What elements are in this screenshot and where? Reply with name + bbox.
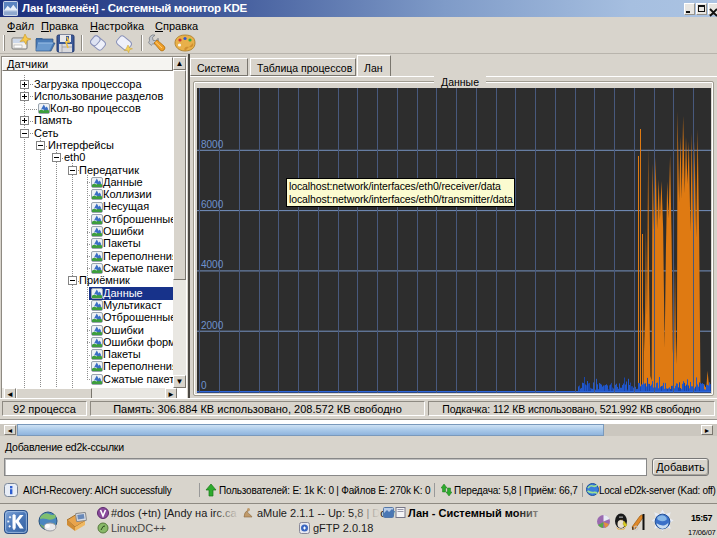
svg-text:4000: 4000 [201, 259, 224, 270]
svg-text:2000: 2000 [201, 320, 224, 331]
svg-text:0: 0 [201, 380, 207, 391]
svg-text:8000: 8000 [201, 139, 224, 150]
svg-text:6000: 6000 [201, 199, 224, 210]
